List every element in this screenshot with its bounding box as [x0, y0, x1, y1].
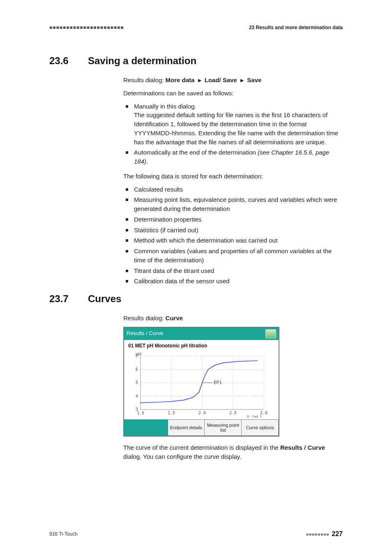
header-marks: ■■■■■■■■■■■■■■■■■■■■■■ — [49, 25, 124, 30]
running-header: ■■■■■■■■■■■■■■■■■■■■■■ 23 Results and mo… — [49, 25, 343, 30]
crumb-curve: Curve — [166, 314, 183, 321]
footer-product: 916 Ti-Touch — [49, 531, 78, 537]
crumb-load-save: Load/ Save — [205, 76, 237, 83]
svg-text:1.0: 1.0 — [137, 411, 144, 415]
section-number: 23.7 — [49, 293, 78, 305]
page-footer: 916 Ti-Touch ■■■■■■■■ 227 — [49, 530, 343, 538]
x-unit-label: U [mL] — [247, 415, 262, 418]
stored-data-intro: The following data is stored for each de… — [123, 172, 343, 181]
list-item: Measuring point lists, equivalence point… — [123, 195, 343, 213]
text-bold: Results / Curve — [280, 444, 325, 451]
li-text: Automatically at the end of the determin… — [134, 149, 258, 156]
list-item: Calibration data of the sensor used — [123, 277, 343, 286]
curve-title-text: Results / Curve — [127, 330, 163, 338]
crumb-prefix: Results dialog: — [123, 314, 166, 321]
list-item: Determination properties — [123, 215, 343, 224]
curve-titlebar: Results / Curve — [124, 328, 279, 340]
svg-text:1.5: 1.5 — [168, 411, 175, 415]
header-chapter: 23 Results and more determination data — [249, 25, 343, 30]
section-23-6-body: Results dialog: More data ▶ Load/ Save ▶… — [123, 76, 343, 286]
text-b: dialog. You can configure the curve disp… — [123, 453, 241, 460]
curve-screenshot: Results / Curve 01 MET pH Monotonic pH t… — [123, 327, 279, 437]
endpoint-details-button[interactable]: Endpoint details — [168, 419, 205, 436]
crumb-prefix: Results dialog: — [123, 76, 166, 83]
save-methods-list: Manually in this dialog. The suggested d… — [123, 102, 343, 166]
stored-data-list: Calculated results Measuring point lists… — [123, 185, 343, 286]
intro-paragraph: Determinations can be saved as follows: — [123, 89, 343, 98]
list-item: Manually in this dialog. The suggested d… — [123, 102, 343, 147]
section-number: 23.6 — [49, 55, 78, 67]
triangle-icon: ▶ — [198, 77, 201, 84]
svg-text:6: 6 — [136, 367, 138, 372]
crumb-more-data: More data — [166, 76, 195, 83]
ep1-label: EP1 — [214, 380, 222, 385]
list-item: Method with which the determination was … — [123, 236, 343, 245]
breadcrumb: Results dialog: More data ▶ Load/ Save ▶… — [123, 76, 343, 85]
curve-button-row: Endpoint details Measuring point list Cu… — [124, 419, 279, 436]
home-icon[interactable] — [265, 329, 276, 338]
curve-description: The curve of the current determination i… — [123, 443, 343, 461]
button-row-spacer — [124, 419, 168, 436]
text-a: The curve of the current determination i… — [123, 444, 280, 451]
measuring-point-list-button[interactable]: Measuring point list — [205, 419, 242, 436]
svg-text:2.0: 2.0 — [198, 411, 206, 415]
section-23-7-body: Results dialog: Curve Results / Curve 01… — [123, 314, 343, 461]
svg-text:5: 5 — [136, 380, 138, 385]
footer-marks: ■■■■■■■■ — [306, 532, 329, 536]
list-item: Automatically at the end of the determin… — [123, 148, 343, 166]
list-item: Common variables (values and properties … — [123, 247, 343, 265]
li-body: The suggested default setting for file n… — [134, 111, 338, 145]
svg-text:4: 4 — [136, 394, 138, 398]
crumb-save: Save — [247, 76, 261, 83]
page-number: 227 — [332, 530, 343, 538]
list-item: Calculated results — [123, 185, 343, 194]
y-axis-label: pH — [136, 351, 141, 358]
section-title: Saving a determination — [88, 55, 196, 67]
section-23-7-heading: 23.7 Curves — [49, 293, 343, 305]
svg-text:2.5: 2.5 — [229, 411, 237, 415]
li-text-tail: . — [146, 158, 148, 165]
li-lead: Manually in this dialog. — [134, 103, 196, 110]
section-23-6-heading: 23.6 Saving a determination — [49, 55, 343, 67]
curve-subtitle: 01 MET pH Monotonic pH titration — [124, 340, 279, 350]
curve-plot: pH — [128, 352, 272, 418]
section-title: Curves — [88, 293, 121, 305]
titration-curve-line — [141, 361, 258, 403]
list-item: Titrant data of the titrant used — [123, 266, 343, 275]
list-item: Statistics (if carried out) — [123, 226, 343, 235]
triangle-icon: ▶ — [240, 77, 244, 84]
curve-options-button[interactable]: Curve options — [242, 419, 279, 436]
breadcrumb: Results dialog: Curve — [123, 314, 343, 323]
